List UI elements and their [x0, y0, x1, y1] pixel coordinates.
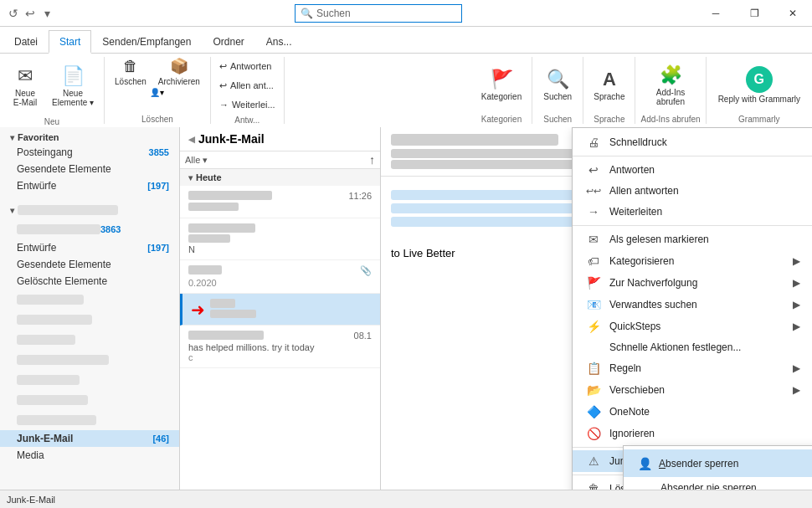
grammarly-button[interactable]: G Reply with Grammarly — [712, 57, 807, 113]
red-arrow-icon: ➜ — [191, 300, 205, 320]
posteingang2-count: 3863 — [100, 224, 121, 234]
tab-ansicht[interactable]: Ans... — [255, 29, 303, 53]
junk-icon: ⚠ — [586, 454, 601, 468]
sidebar-item-entwuerfe2[interactable]: Entwürfe [197] — [0, 239, 179, 256]
loeschen-group-label: Löschen — [141, 113, 173, 124]
suchen-button[interactable]: 🔍 Suchen — [537, 57, 578, 113]
sidebar-item-media[interactable]: Media — [0, 447, 179, 464]
posteingang2-header[interactable]: ▾ — [0, 198, 179, 219]
onenote-icon: 🔷 — [586, 405, 601, 418]
loeschen-button[interactable]: 🗑 Löschen — [110, 57, 152, 86]
ribbon-tabs: Datei Start Senden/Empfangen Ordner Ans.… — [0, 27, 812, 54]
sidebar-item-blurred2[interactable] — [0, 310, 179, 330]
favoriten-header[interactable]: ▾ Favoriten — [0, 127, 179, 144]
sidebar-item-blurred5[interactable] — [0, 370, 179, 390]
ctx-weiterleiten[interactable]: → Weiterleiten — [573, 201, 812, 223]
quick-steps-icon: ⚡ — [586, 320, 601, 333]
entwuerfe2-label: Entwürfe — [17, 242, 147, 254]
junk-count: [46] — [152, 434, 169, 444]
email-group-heute: ▾ Heute — [180, 169, 380, 186]
all-filter[interactable]: Alle ▾ — [185, 155, 369, 166]
sidebar-item-gesendete[interactable]: Gesendete Elemente — [0, 161, 179, 177]
submenu-absender-nie-sperren[interactable]: Absender nie sperren — [624, 477, 812, 490]
email-item-4[interactable]: ➜ — [180, 294, 380, 326]
search-box[interactable]: 🔍 Suchen — [295, 4, 462, 23]
suchen-icon: 🔍 — [547, 69, 569, 90]
sprache-button[interactable]: A Sprache — [588, 57, 630, 113]
ctx-verwandtes[interactable]: 📧 Verwandtes suchen ▶ — [573, 294, 812, 316]
sidebar-item-blurred1[interactable] — [0, 290, 179, 310]
restore-button[interactable]: ❐ — [735, 0, 773, 27]
ctx-allen-antworten[interactable]: ↩↩ Allen antworten — [573, 181, 812, 201]
tab-datei[interactable]: Datei — [3, 29, 49, 53]
absender-nie-sperren-label: Absender nie sperren — [660, 482, 757, 490]
regeln-arrow: ▶ — [793, 362, 800, 374]
ctx-schnelldruck-label: Schnelldruck — [609, 136, 667, 148]
email-item-1[interactable]: 11:26 — [180, 186, 380, 218]
ctx-kategorisieren[interactable]: 🏷 Kategorisieren ▶ — [573, 250, 812, 272]
ribbon-group-grammarly: G Reply with Grammarly Grammarly — [707, 57, 812, 124]
antworten-button[interactable]: ↩ Antworten — [216, 57, 279, 75]
tab-ordner[interactable]: Ordner — [202, 29, 254, 53]
ribbon-content: ✉ NeueE-Mail 📄 NeueElemente ▾ Neu 🗑 Lösc… — [0, 54, 812, 127]
ctx-nachverfolgung[interactable]: 🚩 Zur Nachverfolgung ▶ — [573, 272, 812, 294]
sidebar-item-posteingang[interactable]: Posteingang 3855 — [0, 144, 179, 161]
ctx-regeln[interactable]: 📋 Regeln ▶ — [573, 357, 812, 379]
email-item-5-time: 08.1 — [354, 331, 372, 341]
title-bar-search: 🔍 Suchen — [60, 4, 696, 23]
email-item-5[interactable]: 08.1 has helped millions. try it today c — [180, 326, 380, 368]
sort-icon[interactable]: ↑ — [369, 153, 375, 167]
archivieren-button[interactable]: 📦 Archivieren — [153, 57, 205, 86]
archive-icon: 📦 — [170, 57, 188, 75]
refresh-button[interactable]: ↺ — [7, 7, 20, 20]
title-bar-controls: ─ ❐ ✕ — [696, 0, 812, 27]
ctx-onenote[interactable]: 🔷 OneNote — [573, 401, 812, 423]
allen-antworten-button[interactable]: ↩ Allen ant... — [216, 76, 279, 95]
neue-email-label: NeueE-Mail — [13, 89, 37, 107]
heute-label: Heute — [196, 172, 222, 182]
ribbon-group-neu: ✉ NeueE-Mail 📄 NeueElemente ▾ Neu — [0, 57, 105, 124]
undo-button[interactable]: ↩ — [23, 7, 37, 20]
neue-elemente-button[interactable]: 📄 NeueElemente ▾ — [47, 57, 99, 115]
sidebar-item-blurred7[interactable] — [0, 410, 179, 430]
sidebar-item-posteingang2[interactable]: 3863 — [0, 219, 179, 239]
email-item-2[interactable]: N — [180, 218, 380, 260]
tab-senden-empfangen[interactable]: Senden/Empfangen — [91, 29, 202, 53]
ctx-verwandtes-label: Verwandtes suchen — [609, 299, 697, 310]
sidebar-item-blurred6[interactable] — [0, 390, 179, 410]
addins-button[interactable]: 🧩 Add-Insabrufen — [650, 57, 691, 113]
ctx-antworten-label: Antworten — [609, 164, 655, 176]
close-button[interactable]: ✕ — [773, 0, 812, 27]
sidebar-item-blurred3[interactable] — [0, 330, 179, 350]
minimize-button[interactable]: ─ — [696, 0, 735, 27]
ribbon-group-loeschen: 🗑 Löschen 📦 Archivieren 👤▾ Löschen — [105, 57, 211, 124]
neue-email-button[interactable]: ✉ NeueE-Mail — [5, 57, 45, 115]
ctx-quicksteps[interactable]: ⚡ QuickSteps ▶ — [573, 316, 812, 337]
blurred1 — [17, 295, 84, 305]
verschieben-arrow: ▶ — [793, 384, 800, 396]
submenu-absender-sperren[interactable]: 👤 Absender sperren ← — [624, 449, 812, 477]
collapse-btn[interactable]: ◀ — [188, 135, 195, 144]
sidebar-item-junk[interactable]: Junk-E-Mail [46] — [0, 430, 179, 447]
ctx-schnelle-aktionen[interactable]: Schnelle Aktionen festlegen... — [573, 337, 812, 357]
ctx-schnelldruck[interactable]: 🖨 Schnelldruck — [573, 131, 812, 153]
ctx-verschieben[interactable]: 📂 Verschieben ▶ — [573, 379, 812, 401]
sidebar-item-geloeschte[interactable]: Gelöschte Elemente — [0, 273, 179, 290]
forward-icon: → — [219, 100, 229, 110]
kategorien-button[interactable]: 🚩 Kategorien — [476, 57, 527, 113]
tab-start[interactable]: Start — [49, 30, 91, 54]
ctx-gelesen[interactable]: ✉ Als gelesen markieren — [573, 228, 812, 250]
sidebar-item-blurred4[interactable] — [0, 350, 179, 370]
sidebar: ▾ Favoriten Posteingang 3855 Gesendete E… — [0, 127, 180, 490]
ctx-antworten[interactable]: ↩ Antworten — [573, 159, 812, 181]
ctx-gelesen-label: Als gelesen markieren — [609, 233, 709, 245]
ctx-ignorieren[interactable]: 🚫 Ignorieren — [573, 423, 812, 444]
sidebar-item-gesendete2[interactable]: Gesendete Elemente — [0, 256, 179, 273]
search-related-icon: 📧 — [586, 298, 601, 311]
sidebar-item-entwuerfe[interactable]: Entwürfe [197] — [0, 177, 179, 194]
posteingang2-label-blurred — [17, 224, 100, 234]
email-item-3[interactable]: 📎 0.2020 — [180, 260, 380, 294]
quick-access-dropdown[interactable]: ▾ — [40, 7, 54, 20]
reading-pane: 👤 to Live Better 🖨 Schnelldruck ↩ Antwor… — [381, 127, 812, 490]
weiterleiten-button[interactable]: → Weiterlei... — [216, 95, 279, 114]
